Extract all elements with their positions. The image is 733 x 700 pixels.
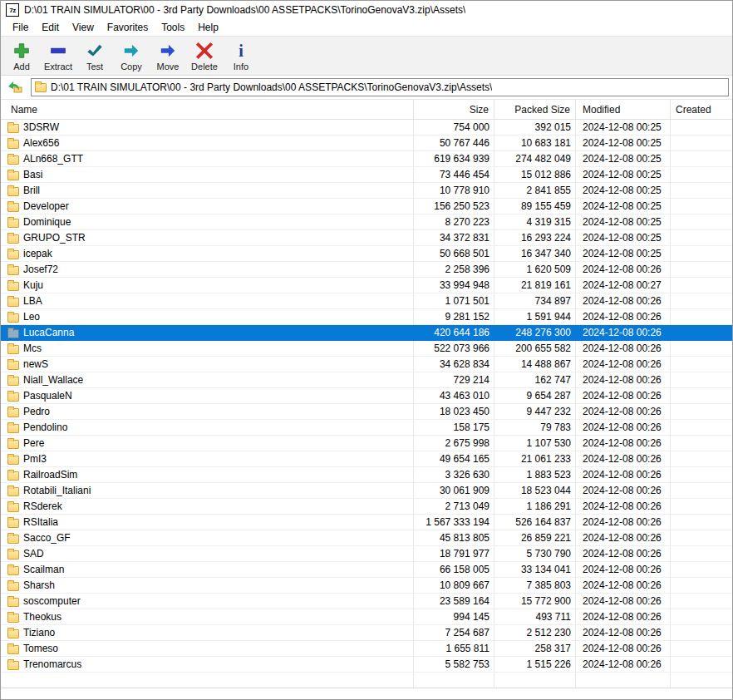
created-cell bbox=[671, 625, 732, 640]
folder-icon bbox=[7, 550, 19, 560]
table-row[interactable]: Pere2 675 9981 107 5302024-12-08 00:26 bbox=[1, 436, 732, 451]
modified-cell: 2024-12-08 00:25 bbox=[576, 183, 671, 198]
created-cell bbox=[671, 546, 732, 561]
table-row[interactable]: Pendolino158 17579 7832024-12-08 00:26 bbox=[1, 420, 732, 436]
table-row[interactable]: Alex65650 767 44610 683 1812024-12-08 00… bbox=[1, 136, 732, 151]
move-button-label: Move bbox=[157, 62, 180, 71]
test-button[interactable]: Test bbox=[77, 37, 112, 74]
table-row[interactable]: Tiziano7 254 6872 512 2302024-12-08 00:2… bbox=[1, 625, 732, 641]
file-name: LBA bbox=[23, 295, 42, 307]
table-row[interactable]: PasqualeN43 463 0109 654 2872024-12-08 0… bbox=[1, 388, 732, 404]
add-button[interactable]: Add bbox=[4, 37, 39, 74]
table-row[interactable]: Developer156 250 52389 155 4592024-12-08… bbox=[1, 199, 732, 214]
size-cell: 2 713 049 bbox=[414, 499, 494, 514]
move-button[interactable]: Move bbox=[150, 37, 185, 74]
table-row[interactable]: Leo9 281 1521 591 9442024-12-08 00:26 bbox=[1, 309, 732, 325]
created-cell bbox=[671, 214, 732, 229]
table-row[interactable]: RSItalia1 567 333 194526 164 8372024-12-… bbox=[1, 515, 732, 530]
table-row[interactable]: GRUPO_STR34 372 83116 293 2242024-12-08 … bbox=[1, 230, 732, 246]
address-combo[interactable]: D:\01 TRAIN SIMULATOR\00 - 3rd Party Dow… bbox=[31, 78, 729, 96]
column-header-packed-size[interactable]: Packed Size bbox=[494, 100, 576, 119]
file-name: Theokus bbox=[23, 611, 61, 623]
modified-cell: 2024-12-08 00:26 bbox=[576, 451, 671, 466]
table-row[interactable]: soscomputer23 589 16415 772 9002024-12-0… bbox=[1, 594, 732, 609]
menu-view[interactable]: View bbox=[66, 20, 101, 35]
table-row[interactable]: Tomeso1 655 811258 3172024-12-08 00:26 bbox=[1, 641, 732, 657]
column-header-size[interactable]: Size bbox=[414, 100, 494, 119]
parent-folder-button[interactable] bbox=[4, 78, 26, 96]
menu-tools[interactable]: Tools bbox=[155, 20, 191, 35]
created-cell bbox=[671, 278, 732, 293]
created-cell bbox=[671, 578, 732, 593]
table-row[interactable]: RailroadSim3 326 6301 883 5232024-12-08 … bbox=[1, 467, 732, 483]
table-row[interactable]: Sharsh10 809 6677 385 8032024-12-08 00:2… bbox=[1, 578, 732, 594]
column-header-modified[interactable]: Modified bbox=[576, 100, 671, 119]
table-row[interactable]: PmI349 654 16521 061 2332024-12-08 00:26 bbox=[1, 451, 732, 467]
created-cell bbox=[671, 451, 732, 466]
copy-arrow-icon bbox=[121, 41, 141, 61]
column-header-created[interactable]: Created bbox=[671, 100, 732, 119]
table-row[interactable]: Kuju33 994 94821 819 1612024-12-08 00:27 bbox=[1, 278, 732, 293]
file-name: Kuju bbox=[23, 279, 43, 291]
menu-help[interactable]: Help bbox=[191, 20, 225, 35]
folder-icon bbox=[7, 266, 19, 275]
table-row[interactable]: Sacco_GF45 813 80526 859 2212024-12-08 0… bbox=[1, 530, 732, 546]
table-row[interactable]: Basi73 446 45415 012 8862024-12-08 00:25 bbox=[1, 167, 732, 183]
packed-size-cell: 9 654 287 bbox=[494, 388, 576, 403]
modified-cell: 2024-12-08 00:25 bbox=[576, 151, 671, 166]
menu-favorites[interactable]: Favorites bbox=[101, 20, 155, 35]
modified-cell: 2024-12-08 00:26 bbox=[576, 467, 671, 482]
table-row[interactable]: 3DSRW754 000392 0152024-12-08 00:25 bbox=[1, 120, 732, 136]
folder-icon bbox=[7, 298, 19, 307]
table-row[interactable]: LBA1 071 501734 8972024-12-08 00:26 bbox=[1, 293, 732, 309]
menu-edit[interactable]: Edit bbox=[35, 20, 66, 35]
packed-size-cell: 79 783 bbox=[494, 420, 576, 435]
info-button[interactable]: i Info bbox=[224, 37, 258, 74]
table-row[interactable]: RSderek2 713 0491 186 2912024-12-08 00:2… bbox=[1, 499, 732, 515]
table-row[interactable]: Brill10 778 9102 841 8552024-12-08 00:25 bbox=[1, 183, 732, 199]
created-cell bbox=[671, 293, 732, 308]
packed-size-cell: 162 747 bbox=[494, 372, 576, 387]
packed-size-cell: 33 134 041 bbox=[494, 562, 576, 577]
created-cell bbox=[671, 467, 732, 482]
table-row[interactable]: newS34 628 83414 488 8672024-12-08 00:26 bbox=[1, 357, 732, 372]
table-row[interactable]: SAD18 791 9775 730 7902024-12-08 00:26 bbox=[1, 546, 732, 562]
table-row[interactable]: icepak50 668 50116 347 3402024-12-08 00:… bbox=[1, 246, 732, 262]
size-cell: 23 589 164 bbox=[414, 594, 494, 609]
table-row[interactable]: Mcs522 073 966200 655 5822024-12-08 00:2… bbox=[1, 341, 732, 357]
table-row[interactable]: Trenomarcus5 582 7531 515 2262024-12-08 … bbox=[1, 657, 732, 673]
created-cell bbox=[671, 404, 732, 419]
extract-button[interactable]: Extract bbox=[41, 37, 76, 74]
packed-size-cell: 9 447 232 bbox=[494, 404, 576, 419]
folder-icon bbox=[7, 345, 19, 354]
table-row[interactable]: Theokus994 145493 7112024-12-08 00:26 bbox=[1, 609, 732, 625]
delete-button[interactable]: Delete bbox=[187, 37, 222, 74]
file-name: RSderek bbox=[23, 500, 62, 512]
table-row[interactable]: Pedro18 023 4509 447 2322024-12-08 00:26 bbox=[1, 404, 732, 420]
table-row[interactable]: Dominique8 270 2234 319 3152024-12-08 00… bbox=[1, 214, 732, 230]
table-row[interactable]: Niall_Wallace729 214162 7472024-12-08 00… bbox=[1, 372, 732, 388]
folder-icon bbox=[7, 171, 19, 180]
table-row[interactable]: LucaCanna420 644 186248 276 3002024-12-0… bbox=[1, 325, 732, 341]
menu-file[interactable]: File bbox=[6, 20, 35, 35]
table-row[interactable]: Scailman66 158 00533 134 0412024-12-08 0… bbox=[1, 562, 732, 578]
created-cell bbox=[671, 246, 732, 261]
file-name-cell: Sacco_GF bbox=[1, 530, 414, 545]
table-row[interactable]: ALn668_GTT619 634 939274 482 0492024-12-… bbox=[1, 151, 732, 167]
file-name-cell: ALn668_GTT bbox=[1, 151, 414, 166]
table-row[interactable]: Rotabili_Italiani30 061 90918 523 044202… bbox=[1, 483, 732, 499]
size-cell: 18 791 977 bbox=[414, 546, 494, 561]
column-header-name[interactable]: Name bbox=[1, 100, 414, 119]
packed-size-cell: 2 841 855 bbox=[494, 183, 576, 198]
file-name-cell: RSderek bbox=[1, 499, 414, 514]
file-name-cell: Brill bbox=[1, 183, 414, 198]
file-name: Pere bbox=[23, 437, 44, 449]
copy-button[interactable]: Copy bbox=[114, 37, 149, 74]
table-row[interactable]: Josef722 258 3961 620 5092024-12-08 00:2… bbox=[1, 262, 732, 278]
modified-cell: 2024-12-08 00:25 bbox=[576, 120, 671, 135]
folder-icon bbox=[7, 250, 19, 259]
folder-icon bbox=[7, 187, 19, 196]
size-cell: 156 250 523 bbox=[414, 199, 494, 214]
packed-size-cell: 258 317 bbox=[494, 641, 576, 656]
folder-icon bbox=[7, 519, 19, 528]
